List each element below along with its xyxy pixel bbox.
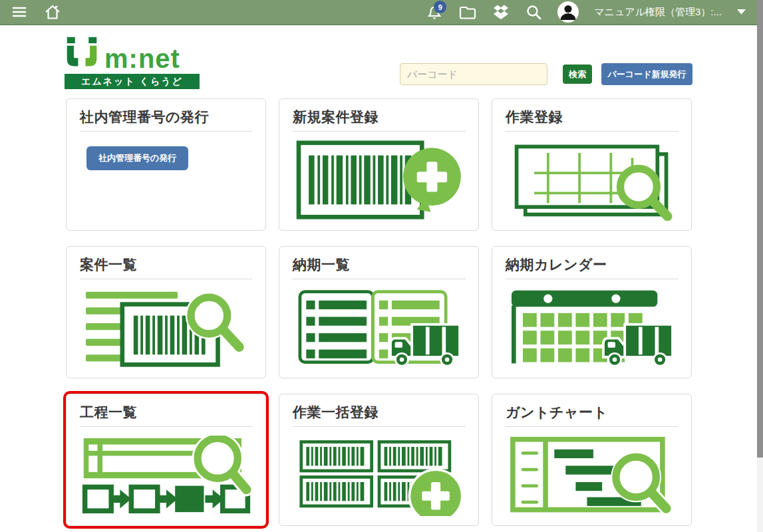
divider	[506, 279, 678, 279]
brand-name: m:net	[104, 46, 180, 71]
card-delivery-calendar[interactable]: 納期カレンダー	[492, 246, 692, 378]
card-process-list[interactable]: 工程一覧	[66, 394, 266, 526]
card-title: 作業登録	[506, 108, 678, 126]
card-gantt-chart[interactable]: ガントチャート	[492, 394, 692, 526]
card-work-register[interactable]: 作業登録	[492, 98, 692, 231]
card-title: 工程一覧	[80, 403, 252, 422]
mnet-logo-icon	[65, 37, 99, 71]
divider	[80, 131, 252, 132]
card-title: 納期カレンダー	[506, 255, 678, 274]
brand-logo[interactable]: m:net エムネット くらうど	[65, 37, 200, 89]
home-icon[interactable]	[44, 3, 61, 21]
notifications-bell-icon[interactable]: 9	[426, 3, 443, 21]
card-title: 作業一括登録	[293, 403, 465, 422]
card-internal-number-issue[interactable]: 社内管理番号の発行 社内管理番号の発行	[66, 98, 266, 231]
dropbox-icon[interactable]	[492, 3, 510, 21]
card-title: 案件一覧	[80, 255, 252, 274]
card-title: ガントチャート	[506, 403, 678, 422]
barcode-search-input[interactable]	[400, 63, 547, 85]
list-barcode-search-icon	[82, 288, 250, 368]
scrollbar-track[interactable]	[757, 0, 763, 532]
account-label[interactable]: マニュアル権限（管理3）:...	[594, 6, 722, 19]
scrollbar-thumb[interactable]	[757, 0, 763, 458]
hamburger-menu-icon[interactable]	[11, 3, 28, 21]
table-search-icon	[508, 140, 676, 221]
notification-badge: 9	[434, 1, 446, 13]
search-button[interactable]: 検索	[563, 65, 592, 84]
card-project-list[interactable]: 案件一覧	[66, 246, 266, 378]
new-barcode-button[interactable]: バーコード新規発行	[601, 63, 692, 85]
card-new-project-register[interactable]: 新規案件登録	[279, 98, 479, 231]
divider	[80, 426, 252, 427]
card-title: 新規案件登録	[293, 108, 465, 126]
barcode-plus-icon	[295, 140, 463, 221]
divider	[506, 426, 678, 427]
avatar[interactable]	[557, 1, 579, 23]
card-title: 納期一覧	[293, 255, 465, 274]
caret-down-icon[interactable]	[737, 9, 746, 15]
gantt-search-icon	[508, 436, 676, 516]
divider	[293, 131, 465, 132]
brand-tagline: エムネット くらうど	[65, 74, 200, 89]
internal-number-issue-button[interactable]: 社内管理番号の発行	[86, 146, 188, 170]
flow-search-icon	[81, 436, 251, 516]
divider	[506, 131, 678, 132]
card-work-bulk-register[interactable]: 作業一括登録	[279, 394, 479, 526]
search-icon[interactable]	[525, 3, 542, 21]
barcodes-plus-icon	[295, 436, 463, 516]
calendar-truck-icon	[508, 288, 676, 368]
card-delivery-list[interactable]: 納期一覧	[279, 246, 479, 378]
divider	[293, 426, 465, 427]
card-title: 社内管理番号の発行	[80, 108, 252, 126]
ledger-truck-icon	[295, 288, 463, 368]
folder-icon[interactable]	[458, 3, 477, 21]
top-bar: 9 マニュアル権限（管理3）:...	[0, 0, 763, 25]
divider	[80, 279, 252, 279]
divider	[293, 279, 465, 279]
